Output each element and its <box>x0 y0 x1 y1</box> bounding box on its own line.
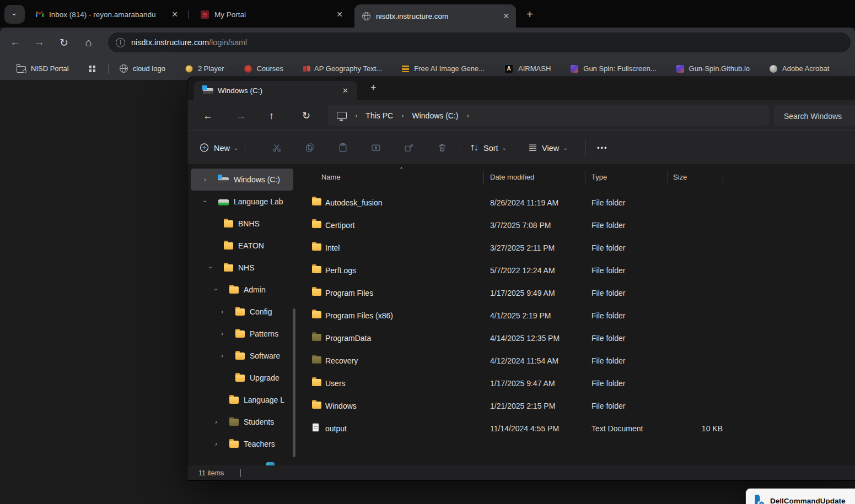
new-tab-button[interactable]: + <box>523 7 537 21</box>
chevron-collapsed-icon[interactable]: › <box>204 176 206 183</box>
file-row[interactable]: Intel 3/27/2025 2:11 PM File folder <box>297 236 847 259</box>
file-row[interactable]: ProgramData 4/14/2025 12:35 PM File fold… <box>297 327 847 349</box>
breadcrumb[interactable]: › This PC › Windows (C:) › <box>328 105 769 126</box>
tab-search-button[interactable]: › <box>4 5 25 24</box>
view-icon <box>528 143 537 153</box>
chevron-down-icon: ⌄ <box>234 145 238 151</box>
sidebar-item-admin[interactable]: › Admin <box>191 279 293 301</box>
column-divider[interactable] <box>723 171 723 184</box>
rename-icon[interactable] <box>372 143 381 153</box>
view-button[interactable]: View ⌄ <box>528 143 568 153</box>
column-divider[interactable] <box>668 171 668 184</box>
sidebar-item-config[interactable]: › Config <box>191 301 293 323</box>
column-header-type[interactable]: Type <box>591 173 607 181</box>
sidebar-item-students[interactable]: › Students <box>191 411 293 433</box>
breadcrumb-windows-c[interactable]: Windows (C:) <box>412 111 458 120</box>
sidebar-item-software[interactable]: › Software <box>191 345 293 367</box>
home-icon[interactable]: ⌂ <box>85 36 92 49</box>
copy-icon[interactable] <box>305 143 315 153</box>
gunspin-icon <box>571 65 578 73</box>
search-box[interactable] <box>774 105 855 126</box>
sidebar-item-teachers[interactable]: › Teachers <box>191 433 293 455</box>
sidebar-item-eaton[interactable]: EATON <box>191 235 293 257</box>
breadcrumb-this-pc[interactable]: This PC <box>365 111 393 120</box>
browser-tab-active[interactable]: nisdtx.instructure.com ✕ <box>354 4 516 28</box>
bookmark-adobe-acrobat[interactable]: Adobe Acrobat <box>770 64 829 73</box>
up-icon[interactable]: ↑ <box>269 110 274 121</box>
chevron-expanded-icon[interactable]: › <box>201 200 209 203</box>
column-divider[interactable] <box>483 171 484 184</box>
sidebar-item-language-l[interactable]: Language L <box>191 389 293 411</box>
bookmark-courses[interactable]: Courses <box>244 64 283 73</box>
bookmark-label: Gun-Spin.Github.io <box>689 64 750 73</box>
refresh-icon[interactable]: ↻ <box>302 110 310 122</box>
bookmark-cloud-logo[interactable]: cloud logo <box>120 64 165 73</box>
chevron-collapsed-icon[interactable]: › <box>221 308 223 316</box>
chevron-collapsed-icon[interactable]: › <box>221 330 223 338</box>
drive-c-icon <box>218 176 229 183</box>
bookmark-gun-spin[interactable]: Gun Spin: Fullscreen... <box>571 64 656 73</box>
file-row[interactable]: Windows 1/21/2025 2:15 PM File folder <box>297 394 847 417</box>
address-bar[interactable]: i nisdtx.instructure.com/login/saml <box>108 32 851 52</box>
back-icon[interactable]: ← <box>10 36 20 48</box>
new-button[interactable]: New ⌄ <box>200 143 238 153</box>
paste-icon[interactable] <box>338 143 348 153</box>
tab-close-icon[interactable]: ✕ <box>496 12 516 20</box>
delete-icon[interactable] <box>438 143 447 153</box>
sidebar-item-nhs[interactable]: › NHS <box>191 257 293 279</box>
tab-close-icon[interactable]: ✕ <box>330 10 349 19</box>
explorer-new-tab-button[interactable]: + <box>370 82 377 94</box>
file-name: Recovery <box>325 356 358 365</box>
sort-button[interactable]: Sort ⌄ <box>470 143 507 153</box>
site-info-icon[interactable]: i <box>116 38 125 47</box>
file-row[interactable]: Users 1/17/2025 9:47 AM File folder <box>297 372 847 394</box>
file-size: 10 KB <box>668 424 723 433</box>
column-header-size[interactable]: Size <box>673 173 687 181</box>
chevron-expanded-icon[interactable]: › <box>207 267 214 269</box>
chevron-collapsed-icon[interactable]: › <box>215 418 217 426</box>
sidebar-scrollbar[interactable] <box>293 308 295 457</box>
bookmark-gun-spin-github[interactable]: Gun-Spin.Github.io <box>676 64 750 73</box>
sidebar-item-patterns[interactable]: › Patterns <box>191 323 293 345</box>
file-row[interactable]: Recovery 4/12/2024 11:54 AM File folder <box>297 349 847 372</box>
bookmark-2-player[interactable]: 2 Player <box>185 64 224 73</box>
tab-close-icon[interactable]: ✕ <box>342 86 357 95</box>
sidebar-item-bnhs[interactable]: BNHS <box>191 213 293 235</box>
chevron-collapsed-icon[interactable]: › <box>215 440 217 448</box>
sidebar-item-language-lab[interactable]: › Language Lab <box>191 191 293 213</box>
chevron-expanded-icon[interactable]: › <box>212 289 220 291</box>
file-row[interactable]: output 11/14/2024 4:55 PM Text Document … <box>297 417 847 440</box>
forward-icon[interactable]: → <box>34 36 45 48</box>
bookmark-airmash[interactable]: A AIRMASH <box>504 64 551 73</box>
forward-icon[interactable]: → <box>236 110 246 121</box>
file-date: 8/26/2024 11:19 AM <box>490 198 558 207</box>
share-icon[interactable] <box>405 143 414 153</box>
sidebar-item-windows-c[interactable]: › Windows (C:) <box>191 169 293 191</box>
bookmark-apps-grid[interactable] <box>89 65 96 72</box>
cut-icon[interactable] <box>272 143 282 153</box>
column-header-name[interactable]: Name <box>321 173 341 181</box>
browser-tab-portal[interactable]: My Portal ✕ <box>193 5 349 24</box>
column-divider[interactable] <box>585 171 585 184</box>
file-row[interactable]: Program Files (x86) 4/1/2025 2:19 PM Fil… <box>297 304 847 327</box>
chevron-collapsed-icon[interactable]: › <box>221 352 223 360</box>
column-header-date[interactable]: Date modified <box>490 173 534 181</box>
browser-tab-gmail[interactable]: Inbox (814) - reyon.amarabandu ✕ <box>28 5 185 24</box>
tab-close-icon[interactable]: ✕ <box>165 10 185 19</box>
refresh-icon[interactable]: ↻ <box>60 36 68 49</box>
network-drive-icon <box>218 198 229 205</box>
dell-update-toast[interactable]: DellCommandUpdate <box>745 488 855 504</box>
file-row[interactable]: Autodesk_fusion 8/26/2024 11:19 AM File … <box>297 191 847 214</box>
tab-title: Inbox (814) - reyon.amarabandu <box>49 10 156 19</box>
explorer-tab[interactable]: Windows (C:) ✕ <box>194 81 357 100</box>
bookmark-nisd-portal[interactable]: NISD Portal <box>17 64 69 73</box>
file-row[interactable]: PerfLogs 5/7/2022 12:24 AM File folder <box>297 259 847 281</box>
file-row[interactable]: Program Files 1/17/2025 9:49 AM File fol… <box>297 281 847 304</box>
back-icon[interactable]: ← <box>203 110 213 121</box>
bookmark-free-ai-image[interactable]: Free AI Image Gene... <box>402 64 485 73</box>
file-row[interactable]: Certiport 3/7/2025 7:08 PM File folder <box>297 214 847 236</box>
sidebar-item-upgrade[interactable]: Upgrade <box>191 367 293 389</box>
bookmark-ap-geography[interactable]: AP Geography Text... <box>303 64 382 73</box>
search-input[interactable] <box>774 105 855 127</box>
more-options-button[interactable]: ••• <box>597 144 608 152</box>
